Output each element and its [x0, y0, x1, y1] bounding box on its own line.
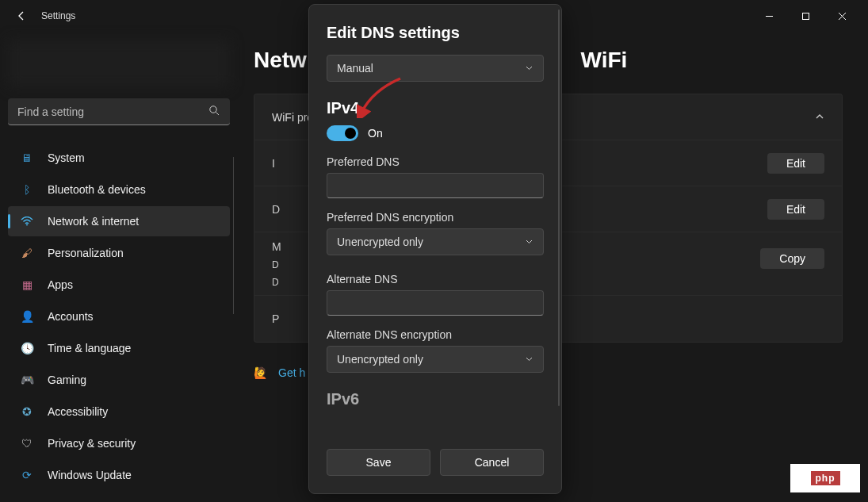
cancel-button[interactable]: Cancel	[440, 449, 544, 476]
alternate-dns-input[interactable]	[327, 290, 544, 316]
select-value: Unencrypted only	[337, 353, 423, 366]
preferred-dns-input[interactable]	[327, 173, 544, 198]
toggle-knob	[345, 128, 356, 139]
toggle-state-label: On	[368, 127, 383, 140]
dialog-actions: Save Cancel	[309, 431, 561, 493]
alternate-enc-select[interactable]: Unencrypted only	[327, 346, 544, 373]
alternate-enc-label: Alternate DNS encryption	[327, 328, 544, 341]
dialog-backdrop: Edit DNS settings Manual IPv4 On Preferr…	[0, 0, 868, 502]
select-value: Manual	[337, 62, 373, 75]
watermark: php	[790, 464, 860, 492]
edit-dns-dialog: Edit DNS settings Manual IPv4 On Preferr…	[308, 4, 562, 494]
chevron-down-icon	[525, 353, 533, 366]
alternate-dns-label: Alternate DNS	[327, 273, 544, 285]
ipv6-heading: IPv6	[327, 390, 544, 408]
select-value: Unencrypted only	[337, 236, 423, 248]
save-button[interactable]: Save	[327, 449, 430, 476]
dns-mode-select[interactable]: Manual	[327, 55, 544, 82]
preferred-dns-label: Preferred DNS	[327, 155, 544, 168]
ipv4-toggle-row: On	[327, 125, 544, 141]
ipv4-heading: IPv4	[327, 99, 544, 117]
dialog-title: Edit DNS settings	[327, 24, 544, 42]
ipv4-toggle[interactable]	[327, 125, 358, 141]
chevron-down-icon	[525, 62, 533, 75]
preferred-enc-label: Preferred DNS encryption	[327, 211, 544, 224]
preferred-enc-select[interactable]: Unencrypted only	[327, 228, 544, 255]
chevron-down-icon	[525, 236, 533, 248]
watermark-text: php	[811, 471, 840, 485]
dialog-body: Edit DNS settings Manual IPv4 On Preferr…	[309, 5, 561, 431]
